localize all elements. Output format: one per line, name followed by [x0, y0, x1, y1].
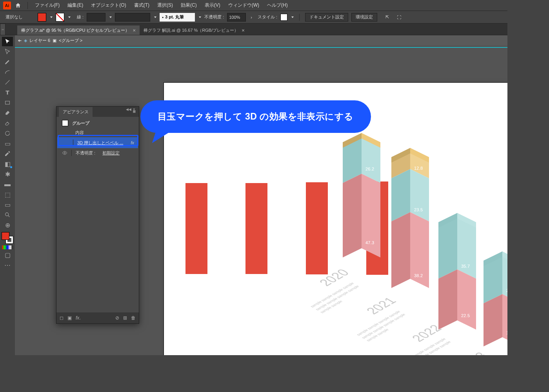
- value-label: 47.3: [365, 240, 374, 245]
- transform-icon[interactable]: ⛶: [394, 13, 403, 22]
- direct-selection-tool[interactable]: [2, 47, 13, 56]
- breadcrumb-target: <グループ >: [59, 38, 82, 44]
- value-label: 23.5: [414, 207, 423, 212]
- svg-point-2: [64, 152, 65, 154]
- rectangle-tool[interactable]: [2, 98, 13, 107]
- document-tab-label: 棒グラフ 解説.ai @ 16.67 %（RGB/プレビュー）: [144, 27, 238, 33]
- screen-mode-icon[interactable]: ▢: [2, 250, 13, 260]
- appearance-target: グループ: [56, 118, 139, 128]
- opacity-input[interactable]: 100%: [227, 13, 246, 22]
- paintbrush-tool[interactable]: [2, 108, 13, 118]
- menu-edit[interactable]: 編集(E): [64, 0, 86, 10]
- chevron-down-icon[interactable]: [154, 16, 156, 18]
- menu-effect[interactable]: 効果(C): [178, 0, 200, 10]
- axis-caption: sample sample sample sample sample sampl…: [355, 310, 412, 343]
- scale-tool[interactable]: ▭: [2, 139, 13, 148]
- fill-indicator[interactable]: [2, 232, 9, 240]
- visibility-eye-icon[interactable]: [62, 150, 67, 156]
- blend-tool[interactable]: ◧: [2, 159, 13, 169]
- fill-stroke-control[interactable]: [2, 232, 13, 244]
- document-tab[interactable]: 棒グラフ 解説.ai @ 16.67 %（RGB/プレビュー） ×: [140, 25, 249, 35]
- document-tab-label: 棒グラフ.ai* @ 95 %（RGB/CPU ピクセルプレビュー）: [21, 27, 129, 33]
- rotate-tool[interactable]: [2, 129, 13, 138]
- appearance-opacity-row[interactable]: 不透明度 : 初期設定: [56, 148, 139, 158]
- panel-collapse-icon[interactable]: ››: [0, 24, 5, 35]
- brush-preset[interactable]: • 3 pt. 丸筆: [160, 13, 195, 22]
- thumbnail-icon: [62, 120, 68, 126]
- close-icon[interactable]: ×: [133, 27, 136, 33]
- axis-caption: sample sample sample sample sample sampl…: [309, 281, 365, 314]
- document-setup-button[interactable]: ドキュメント設定: [305, 13, 348, 22]
- appearance-row-label: 3D 押し出しとベベル ...: [77, 140, 123, 146]
- line-tool[interactable]: [2, 78, 13, 87]
- options-bar: 選択なし 線 : • 3 pt. 丸筆 不透明度 : 100% › スタイル :…: [0, 11, 507, 24]
- value-label: 22.5: [461, 313, 470, 318]
- artboard-tool[interactable]: ▭: [2, 200, 13, 209]
- appearance-contents-row[interactable]: 内容: [56, 128, 139, 137]
- menu-select[interactable]: 選択(S): [154, 0, 176, 10]
- tutorial-bubble: 目玉マークを押して 3D の効果を非表示にする: [140, 100, 371, 133]
- style-label: スタイル :: [258, 14, 277, 20]
- type-tool[interactable]: [2, 88, 13, 97]
- fx-icon: fx: [131, 140, 134, 145]
- stroke-weight-input[interactable]: [87, 13, 105, 22]
- chevron-right-icon[interactable]: ›: [251, 15, 252, 20]
- document-tab[interactable]: 棒グラフ.ai* @ 95 %（RGB/CPU ピクセルプレビュー） ×: [17, 25, 140, 35]
- appearance-footer: ◻ ▣ fx. ⊘ ⊞ 🗑: [56, 312, 139, 323]
- value-label: 17: [506, 330, 507, 335]
- chevron-down-icon[interactable]: [291, 16, 294, 18]
- appearance-row-label: 内容: [75, 130, 84, 136]
- align-icon[interactable]: ⇱: [383, 13, 391, 22]
- eyedropper-tool[interactable]: [2, 149, 13, 158]
- color-mode-bar[interactable]: [2, 245, 13, 249]
- menu-file[interactable]: ファイル(F): [32, 0, 63, 10]
- hand-tool[interactable]: ⊕: [2, 220, 13, 230]
- bar-2d[interactable]: [185, 183, 207, 274]
- canvas[interactable]: 26.2 47.3 12.8 23.5 38.2 35.7 22.5: [15, 45, 507, 355]
- home-icon[interactable]: [15, 2, 21, 9]
- chevron-down-icon[interactable]: [109, 16, 112, 18]
- bar-2d[interactable]: [245, 183, 267, 274]
- appearance-panel[interactable]: ◀◀ ✕ アピアランス ≡ グループ 内容 3D 押し出しとベベル ... fx: [56, 106, 139, 324]
- selection-tool[interactable]: [2, 37, 13, 46]
- add-effect-icon[interactable]: fx.: [76, 315, 81, 321]
- preferences-button[interactable]: 環境設定: [351, 13, 377, 22]
- style-swatch[interactable]: [280, 14, 287, 21]
- svg-rect-0: [5, 101, 10, 104]
- menu-object[interactable]: オブジェクト(O): [88, 0, 129, 10]
- fill-swatch[interactable]: [38, 13, 46, 22]
- pen-tool[interactable]: [2, 57, 13, 67]
- menu-type[interactable]: 書式(T): [131, 0, 153, 10]
- back-icon[interactable]: ➔: [18, 38, 22, 43]
- new-stroke-icon[interactable]: ▣: [67, 315, 72, 321]
- menu-window[interactable]: ウィンドウ(W): [225, 0, 262, 10]
- value-label: 12.8: [414, 166, 423, 171]
- trash-icon[interactable]: 🗑: [131, 315, 136, 321]
- eraser-tool[interactable]: [2, 118, 13, 128]
- visibility-eye-icon[interactable]: [64, 140, 69, 145]
- clear-appearance-icon[interactable]: ⊘: [115, 315, 119, 321]
- shape-builder-tool[interactable]: ⬚: [2, 190, 13, 199]
- duplicate-icon[interactable]: ⊞: [123, 315, 127, 321]
- bar-2d[interactable]: [306, 182, 328, 274]
- target-icon[interactable]: ▣: [53, 38, 56, 43]
- menu-help[interactable]: ヘルプ(H): [264, 0, 291, 10]
- stroke-dash-input[interactable]: [115, 13, 150, 22]
- appearance-row-label: 不透明度 :: [76, 150, 95, 156]
- chevron-down-icon[interactable]: [199, 16, 201, 18]
- close-icon[interactable]: ×: [242, 27, 245, 33]
- menu-view[interactable]: 表示(V): [202, 0, 224, 10]
- gradient-tool[interactable]: ▬: [2, 180, 13, 189]
- symbol-sprayer-tool[interactable]: ✱: [2, 169, 13, 179]
- zoom-tool[interactable]: [2, 210, 13, 220]
- appearance-tab[interactable]: アピアランス: [59, 107, 93, 117]
- chevron-down-icon[interactable]: [68, 16, 71, 18]
- panel-collapse-icon[interactable]: ◀◀ ✕: [126, 107, 136, 111]
- new-fill-icon[interactable]: ◻: [60, 315, 64, 321]
- layers-icon[interactable]: ◈: [24, 38, 27, 43]
- curvature-tool[interactable]: [2, 67, 13, 77]
- appearance-effect-row[interactable]: 3D 押し出しとベベル ... fx: [58, 138, 137, 147]
- edit-toolbar-icon[interactable]: ⋯: [2, 260, 13, 270]
- chevron-down-icon[interactable]: [50, 16, 53, 18]
- stroke-swatch[interactable]: [56, 13, 64, 22]
